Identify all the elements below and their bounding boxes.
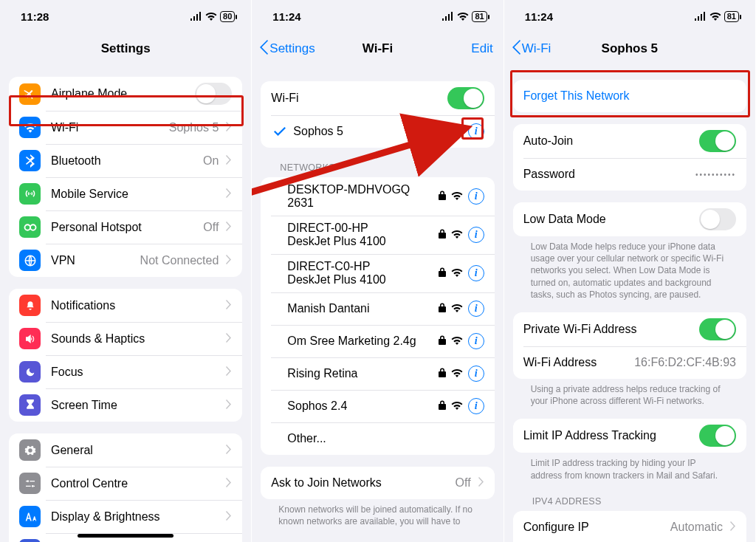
row-label: Screen Time [51, 399, 117, 412]
network-row[interactable]: Om Sree Marketing 2.4g i [261, 325, 494, 357]
row-label: Personal Hotspot [51, 221, 142, 234]
sounds-row[interactable]: Sounds & Haptics [9, 322, 242, 355]
network-row[interactable]: DIRECT-00-HP DeskJet Plus 4100 i [261, 216, 494, 254]
wifi-signal-icon [451, 335, 463, 348]
network-row[interactable]: DIRECT-C0-HP DeskJet Plus 4100 i [261, 254, 494, 292]
row-label: Auto-Join [523, 134, 574, 148]
sliders-icon [19, 473, 41, 494]
forget-network-button[interactable]: Forget This Network [513, 80, 746, 112]
wifi-row[interactable]: Wi-Fi Sophos 5 [9, 111, 242, 144]
airplane-toggle[interactable] [195, 83, 232, 105]
back-button[interactable]: Wi-Fi [512, 32, 551, 65]
limit-ip-toggle[interactable] [699, 425, 736, 447]
lock-icon [439, 267, 446, 280]
clock: 11:24 [272, 10, 300, 23]
lowdata-toggle[interactable] [699, 208, 736, 230]
screentime-row[interactable]: Screen Time [9, 388, 242, 422]
cellular-icon [190, 12, 202, 21]
wifi-signal-icon [451, 399, 463, 413]
airplane-mode-row[interactable]: Airplane Mode [9, 77, 242, 111]
display-row[interactable]: Display & Brightness [9, 500, 242, 533]
info-button[interactable]: i [468, 265, 484, 281]
row-label: Other... [287, 432, 326, 445]
focus-row[interactable]: Focus [9, 355, 242, 388]
hotspot-row[interactable]: Personal Hotspot Off [9, 210, 242, 244]
row-label: DIRECT-C0-HP DeskJet Plus 4100 [287, 260, 413, 287]
hotspot-value: Off [203, 221, 219, 234]
row-label: Sounds & Haptics [51, 332, 145, 346]
checkmark-icon [271, 126, 289, 137]
notifications-row[interactable]: Notifications [9, 289, 242, 322]
airplane-icon [19, 83, 41, 105]
network-row[interactable]: Rising Retina i [261, 357, 494, 390]
page-title: Sophos 5 [602, 41, 659, 56]
wifi-signal-icon [451, 190, 463, 203]
battery-indicator: 81 [472, 11, 487, 22]
chevron-right-icon [478, 476, 484, 490]
network-row[interactable]: Sophos 2.4 i [261, 390, 494, 422]
private-wifi-toggle[interactable] [699, 318, 736, 340]
chevron-right-icon [226, 154, 232, 168]
info-button[interactable]: i [468, 333, 484, 349]
private-wifi-row[interactable]: Private Wi-Fi Address [513, 312, 746, 346]
lowdata-row[interactable]: Low Data Mode [513, 202, 746, 236]
back-button[interactable]: Settings [259, 32, 315, 65]
ask-join-row[interactable]: Ask to Join Networks Off [261, 467, 494, 499]
mobile-service-row[interactable]: Mobile Service [9, 177, 242, 210]
moon-icon [19, 361, 41, 383]
row-label: Bluetooth [51, 154, 101, 168]
general-row[interactable]: General [9, 433, 242, 467]
network-row[interactable]: DESKTOP-MDHVOGQ 2631 i [261, 177, 494, 216]
networks-header: NETWORKS [261, 148, 494, 176]
home-indicator [78, 534, 173, 538]
control-centre-row[interactable]: Control Centre [9, 467, 242, 500]
wifi-toggle-row[interactable]: Wi-Fi [261, 81, 494, 115]
row-label: Sophos 2.4 [287, 399, 347, 413]
wifi-signal-icon [451, 228, 463, 241]
chevron-right-icon [226, 188, 232, 201]
row-label: Limit IP Address Tracking [523, 429, 656, 442]
row-label: Password [523, 168, 575, 181]
chevron-right-icon [226, 477, 232, 490]
configure-ip-value: Automatic [670, 521, 723, 534]
statusbar: 11:24 81 [504, 0, 755, 32]
info-button[interactable]: i [468, 366, 484, 382]
hotspot-icon [19, 216, 41, 238]
limit-ip-row[interactable]: Limit IP Address Tracking [513, 419, 746, 453]
wifi-toggle[interactable] [447, 87, 484, 109]
row-label: Configure IP [523, 521, 589, 534]
autojoin-toggle[interactable] [699, 130, 736, 152]
bluetooth-row[interactable]: Bluetooth On [9, 144, 242, 177]
row-label: Forget This Network [523, 89, 630, 103]
wifi-address-row: Wi-Fi Address 16:F6:D2:CF:4B:93 [513, 346, 746, 379]
wifi-icon [457, 12, 469, 21]
edit-button[interactable]: Edit [471, 32, 492, 65]
configure-ip-row[interactable]: Configure IP Automatic [513, 511, 746, 542]
connected-network-row[interactable]: Sophos 5 i [261, 115, 494, 148]
bell-icon [19, 295, 41, 316]
network-row[interactable]: Manish Dantani i [261, 292, 494, 325]
bluetooth-value: On [203, 154, 219, 168]
info-button[interactable]: i [468, 301, 484, 317]
battery-indicator: 81 [724, 11, 739, 22]
wifi-signal-icon [451, 267, 463, 280]
statusbar: 11:24 81 [252, 0, 503, 32]
navbar: Settings [0, 32, 251, 65]
info-button[interactable]: i [468, 188, 484, 205]
info-button[interactable]: i [468, 227, 484, 243]
wifi-signal-icon [451, 367, 463, 380]
hourglass-icon [19, 394, 41, 416]
chevron-right-icon [226, 399, 232, 412]
info-button[interactable]: i [468, 398, 484, 414]
row-label: Ask to Join Networks [271, 476, 381, 490]
other-network-row[interactable]: Other... [261, 422, 494, 455]
cellular-icon [441, 12, 454, 21]
vpn-row[interactable]: VPN Not Connected [9, 244, 242, 277]
wifi-signal-icon [451, 302, 463, 315]
private-wifi-footer: Using a private address helps reduce tra… [513, 379, 746, 407]
row-label: Wi-Fi Address [523, 356, 597, 369]
password-row[interactable]: Password •••••••••• [513, 158, 746, 191]
info-button[interactable]: i [468, 123, 484, 140]
autojoin-row[interactable]: Auto-Join [513, 124, 746, 158]
battery-indicator: 80 [220, 11, 235, 22]
